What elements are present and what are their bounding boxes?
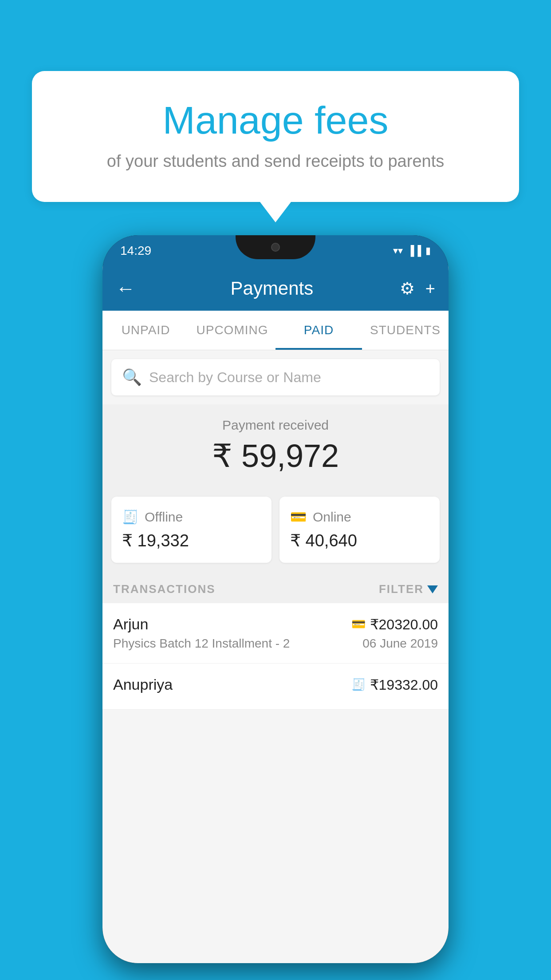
tab-students[interactable]: STUDENTS — [362, 311, 449, 350]
status-bar: 14:29 ▾▾ ▐▐ ▮ — [102, 235, 449, 266]
offline-card-header: 🧾 Offline — [122, 509, 261, 525]
course-name: Physics Batch 12 Installment - 2 — [113, 636, 290, 651]
table-row[interactable]: Anupriya 🧾 ₹19332.00 — [102, 664, 449, 710]
back-button[interactable]: ← — [116, 277, 135, 300]
tab-upcoming[interactable]: UPCOMING — [189, 311, 276, 350]
transactions-label: TRANSACTIONS — [113, 582, 216, 596]
payment-cards: 🧾 Offline ₹ 19,332 💳 Online ₹ 40,640 — [102, 488, 449, 572]
app-bar: ← Payments ⚙ + — [102, 266, 449, 311]
status-icons: ▾▾ ▐▐ ▮ — [393, 245, 431, 257]
online-amount: ₹ 40,640 — [290, 531, 429, 550]
app-bar-actions: ⚙ + — [400, 279, 435, 298]
bubble-title: Manage fees — [67, 98, 484, 143]
transaction-bottom: Physics Batch 12 Installment - 2 06 June… — [113, 636, 438, 651]
front-camera — [271, 243, 280, 252]
amount-row: 💳 ₹20320.00 — [351, 616, 438, 633]
online-label: Online — [313, 510, 351, 525]
student-name: Arjun — [113, 616, 148, 633]
page-title: Payments — [144, 278, 400, 299]
online-card-header: 💳 Online — [290, 509, 429, 525]
phone-notch — [236, 235, 315, 259]
card-payment-icon: 💳 — [351, 617, 366, 631]
transaction-date: 06 June 2019 — [362, 636, 438, 651]
tab-bar: UNPAID UPCOMING PAID STUDENTS — [102, 311, 449, 350]
transactions-header: TRANSACTIONS FILTER — [102, 572, 449, 603]
tab-unpaid[interactable]: UNPAID — [102, 311, 189, 350]
payment-received-label: Payment received — [111, 418, 440, 433]
payment-received-section: Payment received ₹ 59,972 — [102, 404, 449, 488]
offline-icon: 🧾 — [122, 509, 138, 525]
filter-icon — [427, 585, 438, 593]
transaction-amount: ₹20320.00 — [370, 616, 438, 633]
offline-amount: ₹ 19,332 — [122, 531, 261, 550]
transaction-amount: ₹19332.00 — [370, 676, 438, 693]
battery-icon: ▮ — [425, 245, 431, 257]
offline-payment-icon: 🧾 — [351, 678, 366, 692]
settings-icon[interactable]: ⚙ — [400, 279, 415, 298]
search-container[interactable]: 🔍 Search by Course or Name — [111, 359, 440, 395]
transaction-top: Arjun 💳 ₹20320.00 — [113, 616, 438, 633]
phone-time: 14:29 — [120, 244, 151, 258]
table-row[interactable]: Arjun 💳 ₹20320.00 Physics Batch 12 Insta… — [102, 603, 449, 664]
tab-paid[interactable]: PAID — [276, 311, 362, 350]
payment-received-amount: ₹ 59,972 — [111, 437, 440, 474]
add-button[interactable]: + — [425, 279, 435, 298]
phone-frame: 14:29 ▾▾ ▐▐ ▮ ← Payments ⚙ + UNPAID UPC — [102, 235, 449, 963]
offline-card: 🧾 Offline ₹ 19,332 — [111, 497, 272, 563]
wifi-icon: ▾▾ — [393, 245, 403, 257]
signal-icon: ▐▐ — [407, 245, 421, 257]
speech-bubble: Manage fees of your students and send re… — [32, 71, 519, 202]
phone-screen: ← Payments ⚙ + UNPAID UPCOMING PAID STUD… — [102, 266, 449, 963]
online-icon: 💳 — [290, 509, 307, 525]
filter-label: FILTER — [379, 582, 424, 596]
online-card: 💳 Online ₹ 40,640 — [279, 497, 440, 563]
student-name: Anupriya — [113, 676, 173, 693]
search-icon: 🔍 — [122, 368, 142, 387]
bubble-subtitle: of your students and send receipts to pa… — [67, 152, 484, 171]
transaction-top: Anupriya 🧾 ₹19332.00 — [113, 676, 438, 693]
search-input[interactable]: Search by Course or Name — [149, 369, 321, 386]
offline-label: Offline — [145, 510, 183, 525]
filter-button[interactable]: FILTER — [379, 582, 438, 596]
amount-row: 🧾 ₹19332.00 — [351, 676, 438, 693]
